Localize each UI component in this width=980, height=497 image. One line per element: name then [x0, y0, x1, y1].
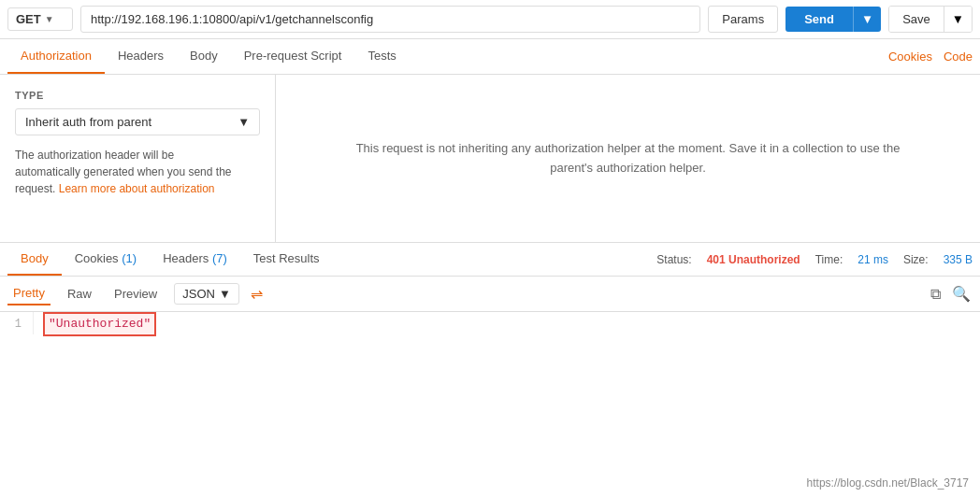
tab-headers[interactable]: Headers	[105, 39, 177, 74]
code-link[interactable]: Code	[944, 50, 973, 64]
time-value: 21 ms	[858, 253, 888, 266]
wrap-icon[interactable]: ⇌	[251, 285, 263, 303]
auth-select-chevron-icon: ▼	[238, 115, 250, 129]
chevron-down-icon: ▼	[45, 14, 54, 24]
body-toolbar: Pretty Raw Preview JSON ▼ ⇌ ⧉ 🔍	[0, 277, 980, 312]
auth-desc-line3: request.	[15, 182, 55, 195]
auth-type-label: TYPE	[15, 90, 260, 101]
line-content-1: "Unauthorized"	[34, 312, 980, 336]
resp-status-bar: Status: 401 Unauthorized Time: 21 ms Siz…	[656, 253, 973, 266]
search-button[interactable]: 🔍	[950, 283, 973, 305]
save-btn-group: Save ▼	[888, 6, 973, 33]
copy-button[interactable]: ⧉	[929, 283, 943, 305]
url-input[interactable]	[80, 6, 700, 33]
tab-body[interactable]: Body	[177, 39, 231, 74]
auth-section: TYPE Inherit auth from parent ▼ The auth…	[0, 75, 980, 243]
req-tab-right-links: Cookies Code	[888, 50, 973, 64]
save-chevron-icon: ▼	[952, 12, 964, 26]
top-bar: GET ▼ Params Send ▼ Save ▼	[0, 0, 980, 39]
params-button[interactable]: Params	[708, 6, 778, 33]
response-tabs: Body Cookies (1) Headers (7) Test Result…	[0, 243, 980, 277]
code-line-1: 1 "Unauthorized"	[0, 312, 980, 336]
format-select[interactable]: JSON ▼	[174, 283, 239, 305]
tab-authorization[interactable]: Authorization	[7, 39, 105, 74]
tab-tests[interactable]: Tests	[354, 39, 409, 74]
learn-more-link[interactable]: Learn more about authorization	[59, 182, 215, 195]
json-string-value: "Unauthorized"	[49, 317, 151, 331]
resp-tab-body[interactable]: Body	[7, 243, 62, 276]
resp-tab-test-results[interactable]: Test Results	[240, 243, 333, 276]
auth-right-text: This request is not inheriting any autho…	[348, 139, 909, 178]
size-value: 335 B	[944, 253, 973, 266]
auth-select-value: Inherit auth from parent	[25, 115, 151, 129]
resp-tab-test-results-label: Test Results	[253, 251, 320, 265]
time-label: Time:	[815, 253, 843, 266]
status-label: Status:	[656, 253, 691, 266]
format-chevron-icon: ▼	[219, 287, 231, 301]
auth-description: The authorization header will be automat…	[15, 147, 260, 197]
highlighted-code-block: "Unauthorized"	[43, 312, 156, 336]
auth-right-panel: This request is not inheriting any autho…	[276, 75, 980, 242]
auth-desc-line2: automatically generated when you send th…	[15, 165, 232, 178]
tab-pre-request-script[interactable]: Pre-request Script	[231, 39, 355, 74]
save-dropdown-button[interactable]: ▼	[944, 7, 972, 32]
request-tabs: Authorization Headers Body Pre-request S…	[0, 39, 980, 75]
auth-type-select[interactable]: Inherit auth from parent ▼	[15, 108, 260, 135]
send-chevron-icon: ▼	[861, 12, 873, 26]
resp-tab-cookies-badge: (1)	[122, 251, 137, 265]
resp-tab-body-label: Body	[21, 251, 49, 265]
line-number-1: 1	[0, 312, 34, 334]
auth-left-panel: TYPE Inherit auth from parent ▼ The auth…	[0, 75, 276, 242]
save-button[interactable]: Save	[889, 7, 944, 32]
view-pretty-button[interactable]: Pretty	[7, 282, 50, 305]
resp-tab-cookies-label: Cookies	[75, 251, 119, 265]
view-preview-button[interactable]: Preview	[108, 283, 163, 305]
method-select[interactable]: GET ▼	[7, 7, 73, 31]
format-label: JSON	[182, 287, 215, 301]
response-body-area: 1 "Unauthorized"	[0, 312, 980, 490]
send-button[interactable]: Send	[785, 7, 853, 32]
resp-tab-cookies[interactable]: Cookies (1)	[62, 243, 150, 276]
resp-tab-headers-label: Headers	[163, 251, 209, 265]
send-btn-group: Send ▼	[785, 7, 881, 32]
auth-desc-line1: The authorization header will be	[15, 149, 174, 162]
watermark: https://blog.csdn.net/Black_3717	[807, 476, 969, 490]
body-toolbar-right: ⧉ 🔍	[929, 283, 973, 305]
view-raw-button[interactable]: Raw	[62, 283, 97, 305]
resp-tab-headers-badge: (7)	[212, 251, 227, 265]
cookies-link[interactable]: Cookies	[888, 50, 932, 64]
resp-tab-headers[interactable]: Headers (7)	[150, 243, 240, 276]
size-label: Size:	[903, 253, 929, 266]
code-area: 1 "Unauthorized"	[0, 312, 980, 336]
status-value: 401 Unauthorized	[707, 253, 800, 266]
method-label: GET	[16, 12, 41, 26]
send-dropdown-button[interactable]: ▼	[853, 7, 881, 32]
